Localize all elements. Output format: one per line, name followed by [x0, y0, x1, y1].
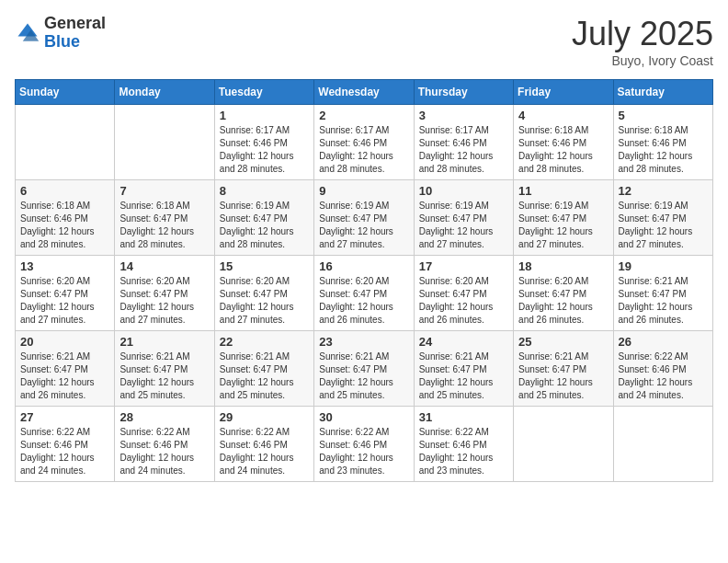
day-number: 11	[518, 184, 608, 198]
calendar-cell: 16Sunrise: 6:20 AMSunset: 6:47 PMDayligh…	[314, 256, 414, 331]
calendar-cell: 8Sunrise: 6:19 AMSunset: 6:47 PMDaylight…	[214, 180, 313, 256]
calendar-cell	[115, 105, 214, 180]
calendar-week-5: 27Sunrise: 6:22 AMSunset: 6:46 PMDayligh…	[16, 407, 713, 482]
day-info: Sunrise: 6:17 AMSunset: 6:46 PMDaylight:…	[319, 124, 408, 176]
day-number: 22	[220, 335, 309, 349]
calendar-header-friday: Friday	[514, 80, 613, 105]
day-info: Sunrise: 6:19 AMSunset: 6:47 PMDaylight:…	[319, 200, 408, 251]
calendar-cell: 10Sunrise: 6:19 AMSunset: 6:47 PMDayligh…	[414, 180, 513, 256]
day-info: Sunrise: 6:19 AMSunset: 6:47 PMDaylight:…	[220, 200, 309, 251]
calendar-cell: 14Sunrise: 6:20 AMSunset: 6:47 PMDayligh…	[115, 256, 214, 331]
day-info: Sunrise: 6:21 AMSunset: 6:47 PMDaylight:…	[119, 350, 209, 402]
calendar-cell: 9Sunrise: 6:19 AMSunset: 6:47 PMDaylight…	[314, 180, 414, 256]
calendar-cell: 12Sunrise: 6:19 AMSunset: 6:47 PMDayligh…	[613, 180, 712, 256]
calendar-cell: 22Sunrise: 6:21 AMSunset: 6:47 PMDayligh…	[214, 331, 313, 407]
calendar-cell	[16, 105, 115, 180]
calendar-header-saturday: Saturday	[613, 80, 712, 105]
day-info: Sunrise: 6:21 AMSunset: 6:47 PMDaylight:…	[419, 350, 508, 402]
day-number: 4	[518, 109, 608, 122]
day-number: 1	[220, 109, 309, 122]
location-text: Buyo, Ivory Coast	[572, 53, 713, 68]
day-info: Sunrise: 6:18 AMSunset: 6:46 PMDaylight:…	[518, 124, 608, 176]
day-info: Sunrise: 6:17 AMSunset: 6:46 PMDaylight:…	[419, 124, 508, 176]
calendar-header-sunday: Sunday	[16, 80, 115, 105]
calendar-header-monday: Monday	[115, 80, 214, 105]
day-info: Sunrise: 6:22 AMSunset: 6:46 PMDaylight:…	[419, 426, 508, 477]
calendar-cell: 23Sunrise: 6:21 AMSunset: 6:47 PMDayligh…	[314, 331, 414, 407]
calendar-cell: 3Sunrise: 6:17 AMSunset: 6:46 PMDaylight…	[414, 105, 513, 180]
calendar-cell: 31Sunrise: 6:22 AMSunset: 6:46 PMDayligh…	[414, 407, 513, 482]
day-number: 17	[419, 259, 508, 273]
day-info: Sunrise: 6:20 AMSunset: 6:47 PMDaylight:…	[220, 275, 309, 327]
day-number: 29	[220, 410, 309, 424]
day-info: Sunrise: 6:20 AMSunset: 6:47 PMDaylight:…	[319, 275, 408, 327]
calendar-cell: 1Sunrise: 6:17 AMSunset: 6:46 PMDaylight…	[214, 105, 313, 180]
day-number: 31	[419, 410, 508, 424]
calendar-table: SundayMondayTuesdayWednesdayThursdayFrid…	[15, 79, 713, 482]
logo: General Blue	[15, 15, 106, 52]
day-info: Sunrise: 6:18 AMSunset: 6:46 PMDaylight:…	[619, 124, 708, 176]
logo-icon	[15, 20, 40, 46]
calendar-header-tuesday: Tuesday	[214, 80, 313, 105]
day-info: Sunrise: 6:19 AMSunset: 6:47 PMDaylight:…	[419, 200, 508, 251]
day-info: Sunrise: 6:19 AMSunset: 6:47 PMDaylight:…	[518, 200, 608, 251]
day-info: Sunrise: 6:20 AMSunset: 6:47 PMDaylight:…	[119, 275, 209, 327]
day-number: 9	[319, 184, 408, 198]
day-info: Sunrise: 6:20 AMSunset: 6:47 PMDaylight:…	[419, 275, 508, 327]
calendar-week-1: 1Sunrise: 6:17 AMSunset: 6:46 PMDaylight…	[16, 105, 713, 180]
day-number: 12	[619, 184, 708, 198]
logo-text: General Blue	[44, 15, 106, 52]
title-block: July 2025 Buyo, Ivory Coast	[572, 15, 713, 68]
calendar-cell: 28Sunrise: 6:22 AMSunset: 6:46 PMDayligh…	[115, 407, 214, 482]
calendar-week-2: 6Sunrise: 6:18 AMSunset: 6:46 PMDaylight…	[16, 180, 713, 256]
day-info: Sunrise: 6:22 AMSunset: 6:46 PMDaylight:…	[319, 426, 408, 477]
day-number: 30	[319, 410, 408, 424]
calendar-cell: 25Sunrise: 6:21 AMSunset: 6:47 PMDayligh…	[514, 331, 613, 407]
day-info: Sunrise: 6:21 AMSunset: 6:47 PMDaylight:…	[518, 350, 608, 402]
day-info: Sunrise: 6:17 AMSunset: 6:46 PMDaylight:…	[220, 124, 309, 176]
calendar-cell: 7Sunrise: 6:18 AMSunset: 6:47 PMDaylight…	[115, 180, 214, 256]
calendar-cell: 11Sunrise: 6:19 AMSunset: 6:47 PMDayligh…	[514, 180, 613, 256]
day-number: 2	[319, 109, 408, 122]
day-number: 19	[619, 259, 708, 273]
calendar-cell: 20Sunrise: 6:21 AMSunset: 6:47 PMDayligh…	[16, 331, 115, 407]
calendar-header-wednesday: Wednesday	[314, 80, 414, 105]
logo-general-text: General	[44, 15, 106, 33]
day-number: 21	[119, 335, 209, 349]
day-info: Sunrise: 6:22 AMSunset: 6:46 PMDaylight:…	[119, 426, 209, 477]
calendar-cell	[514, 407, 613, 482]
day-number: 20	[20, 335, 109, 349]
calendar-cell: 6Sunrise: 6:18 AMSunset: 6:46 PMDaylight…	[16, 180, 115, 256]
day-number: 7	[119, 184, 209, 198]
day-number: 5	[619, 109, 708, 122]
calendar-cell: 5Sunrise: 6:18 AMSunset: 6:46 PMDaylight…	[613, 105, 712, 180]
calendar-cell	[613, 407, 712, 482]
day-number: 28	[119, 410, 209, 424]
day-info: Sunrise: 6:22 AMSunset: 6:46 PMDaylight:…	[20, 426, 109, 477]
day-info: Sunrise: 6:21 AMSunset: 6:47 PMDaylight:…	[220, 350, 309, 402]
day-number: 10	[419, 184, 508, 198]
day-number: 25	[518, 335, 608, 349]
day-info: Sunrise: 6:21 AMSunset: 6:47 PMDaylight:…	[319, 350, 408, 402]
day-number: 18	[518, 259, 608, 273]
day-info: Sunrise: 6:20 AMSunset: 6:47 PMDaylight:…	[518, 275, 608, 327]
day-number: 24	[419, 335, 508, 349]
day-number: 23	[319, 335, 408, 349]
calendar-cell: 19Sunrise: 6:21 AMSunset: 6:47 PMDayligh…	[613, 256, 712, 331]
calendar-cell: 15Sunrise: 6:20 AMSunset: 6:47 PMDayligh…	[214, 256, 313, 331]
calendar-cell: 2Sunrise: 6:17 AMSunset: 6:46 PMDaylight…	[314, 105, 414, 180]
day-info: Sunrise: 6:21 AMSunset: 6:47 PMDaylight:…	[20, 350, 109, 402]
calendar-week-4: 20Sunrise: 6:21 AMSunset: 6:47 PMDayligh…	[16, 331, 713, 407]
page-header: General Blue July 2025 Buyo, Ivory Coast	[15, 15, 713, 68]
day-info: Sunrise: 6:19 AMSunset: 6:47 PMDaylight:…	[619, 200, 708, 251]
day-info: Sunrise: 6:21 AMSunset: 6:47 PMDaylight:…	[619, 275, 708, 327]
calendar-cell: 26Sunrise: 6:22 AMSunset: 6:46 PMDayligh…	[613, 331, 712, 407]
day-number: 27	[20, 410, 109, 424]
calendar-cell: 4Sunrise: 6:18 AMSunset: 6:46 PMDaylight…	[514, 105, 613, 180]
day-number: 13	[20, 259, 109, 273]
day-info: Sunrise: 6:18 AMSunset: 6:46 PMDaylight:…	[20, 200, 109, 251]
calendar-cell: 27Sunrise: 6:22 AMSunset: 6:46 PMDayligh…	[16, 407, 115, 482]
day-number: 3	[419, 109, 508, 122]
calendar-cell: 24Sunrise: 6:21 AMSunset: 6:47 PMDayligh…	[414, 331, 513, 407]
day-number: 14	[119, 259, 209, 273]
